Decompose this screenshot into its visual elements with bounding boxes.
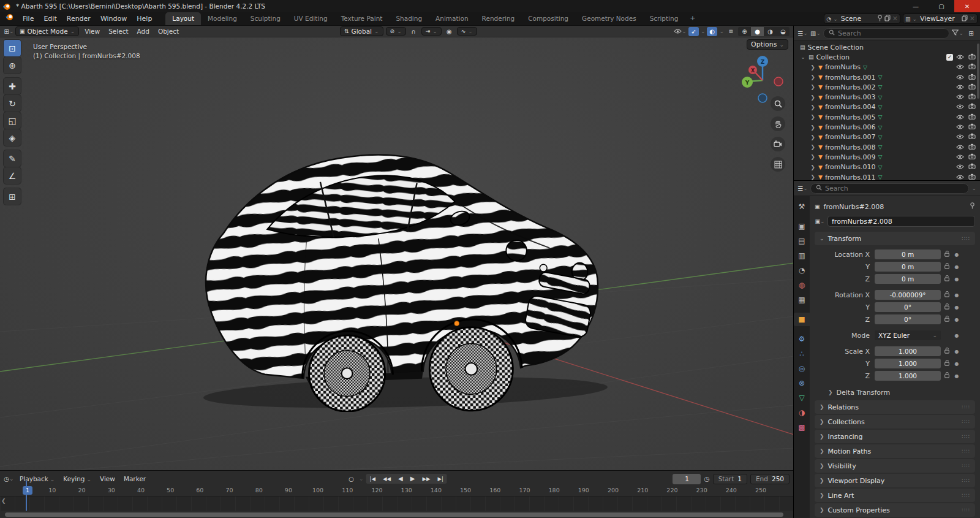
workspace-tab-rendering[interactable]: Rendering (475, 12, 522, 25)
outliner-row-object[interactable]: ❯▼fromNurbs.001▽ (796, 72, 980, 82)
properties-editor-type-icon[interactable]: ☰⌄ (797, 184, 808, 193)
zoom-icon[interactable] (771, 96, 785, 111)
properties-tab-constraints[interactable]: ⊗ (794, 376, 810, 390)
properties-options-icon[interactable]: ⌄ (971, 185, 976, 191)
value-field[interactable]: 1.000 (875, 346, 941, 356)
lock-icon[interactable] (941, 262, 953, 271)
menu-render[interactable]: Render (62, 13, 96, 25)
gizmos-toggle-icon[interactable]: ➶ (688, 27, 699, 36)
new-collection-icon[interactable]: ⊞ (966, 29, 976, 38)
tool-select-box[interactable]: ⊡ (4, 40, 21, 56)
blender-app-icon[interactable] (0, 13, 18, 24)
ortho-toggle-icon[interactable] (771, 157, 785, 172)
outliner-editor-type-icon[interactable]: ☰⌄ (797, 29, 808, 38)
outliner-search-input[interactable]: Search (823, 28, 949, 39)
animate-dot-icon[interactable]: ● (953, 333, 960, 338)
transform-orientation-dropdown[interactable]: ⇅Global⌄ (340, 26, 383, 36)
render-camera-icon[interactable] (967, 143, 976, 151)
animate-dot-icon[interactable]: ● (953, 264, 960, 270)
chevron-right-icon[interactable]: ❯ (810, 144, 816, 150)
tool-cursor[interactable]: ⊕ (4, 57, 21, 74)
viewport-menu-view[interactable]: View (80, 27, 104, 36)
scene-selector[interactable]: ◔⌄ Scene ✕ (824, 13, 900, 24)
new-viewlayer-icon[interactable] (962, 15, 968, 23)
panel-collections[interactable]: ❯Collections∷∷ (815, 415, 975, 428)
pin-icon[interactable] (877, 15, 883, 23)
render-camera-icon[interactable] (967, 74, 976, 82)
value-field[interactable]: 0 m (875, 262, 941, 272)
mode-dropdown[interactable]: ▣ Object Mode⌄ (15, 26, 79, 36)
panel-custom-properties[interactable]: ❯Custom Properties∷∷ (815, 503, 975, 517)
pan-hand-icon[interactable] (771, 116, 785, 131)
menu-edit[interactable]: Edit (39, 13, 61, 25)
chevron-right-icon[interactable]: ❯ (810, 124, 816, 131)
editor-type-icon[interactable]: ⊞⌄ (4, 27, 14, 36)
timeline-menu-playback[interactable]: Playback ⌄ (15, 474, 59, 483)
chevron-right-icon[interactable]: ❯ (810, 134, 816, 140)
pin-icon[interactable] (970, 202, 975, 211)
properties-search-input[interactable]: Search (810, 183, 969, 194)
overlays-toggle-icon[interactable]: ◐ (707, 27, 717, 36)
object-name-field[interactable] (827, 216, 975, 227)
frame-start-field[interactable]: Start1 (713, 474, 747, 484)
properties-tab-render[interactable]: ▣ (794, 219, 810, 233)
snap-magnet-icon[interactable]: ∩ (409, 27, 419, 36)
timeline-left-arrow-icon[interactable]: ❮ (1, 498, 6, 504)
transform-pivot-dropdown[interactable]: ⊘⌄ (386, 27, 406, 36)
mode-dropdown-field[interactable]: XYZ Euler⌄ (875, 330, 941, 340)
visibility-eye-icon[interactable] (956, 113, 965, 121)
render-camera-icon[interactable] (967, 123, 976, 131)
animate-dot-icon[interactable]: ● (953, 292, 960, 298)
properties-tab-collection[interactable]: ▦ (794, 293, 810, 307)
panel-relations[interactable]: ❯Relations∷∷ (815, 400, 975, 414)
animate-dot-icon[interactable]: ● (953, 276, 960, 282)
properties-tab-material[interactable]: ◑ (794, 406, 810, 419)
properties-tab-view-layer[interactable]: ▥ (794, 249, 810, 262)
collection-checkbox[interactable]: ✓ (946, 54, 953, 61)
options-button[interactable]: Options⌄ (747, 39, 788, 50)
tool-transform[interactable]: ◈ (4, 129, 21, 146)
tool-add-cube[interactable]: ⊞ (4, 188, 21, 205)
chevron-right-icon[interactable]: ❯ (810, 94, 816, 101)
panel-motion-paths[interactable]: ❯Motion Paths∷∷ (815, 444, 975, 458)
falloff-dropdown[interactable]: ∿⌄ (457, 27, 477, 36)
outliner-row-object[interactable]: ❯▼fromNurbs.005▽ (796, 112, 980, 122)
properties-tab-modifiers[interactable]: ⚙ (794, 332, 810, 346)
render-camera-icon[interactable] (967, 83, 976, 91)
car-object[interactable] (179, 128, 614, 412)
visibility-eye-icon[interactable] (956, 123, 965, 131)
animate-dot-icon[interactable]: ● (953, 305, 960, 310)
prev-keyframe-button[interactable]: ◀◀ (379, 474, 394, 484)
add-workspace-button[interactable]: + (685, 12, 700, 25)
workspace-tab-compositing[interactable]: Compositing (521, 12, 575, 25)
shading-rendered-icon[interactable]: ◒ (777, 27, 790, 36)
outliner-row-scene-collection[interactable]: ▤Scene Collection (796, 42, 980, 52)
animate-dot-icon[interactable]: ● (953, 349, 960, 354)
value-field[interactable]: 0° (875, 302, 941, 312)
render-camera-icon[interactable] (967, 113, 976, 121)
panel-instancing[interactable]: ❯Instancing∷∷ (815, 430, 975, 443)
frame-end-field[interactable]: End250 (750, 474, 790, 484)
lock-icon[interactable] (941, 371, 953, 380)
visibility-eye-icon[interactable] (956, 103, 965, 111)
outliner-row-object[interactable]: ❯▼fromNurbs.002▽ (796, 82, 980, 92)
animate-dot-icon[interactable]: ● (953, 373, 960, 379)
play-button[interactable]: ▶ (407, 474, 419, 484)
workspace-tab-sculpting[interactable]: Sculpting (244, 12, 287, 25)
outliner-row-object[interactable]: ❯▼fromNurbs.008▽ (796, 142, 980, 152)
chevron-down-icon[interactable]: ⌄ (800, 54, 806, 60)
tool-scale[interactable]: ◱ (4, 112, 21, 129)
animate-dot-icon[interactable]: ● (953, 317, 960, 322)
timeline-ruler[interactable]: 1 10203040506070809010011012013014015016… (0, 486, 793, 496)
chevron-right-icon[interactable]: ❯ (810, 64, 816, 70)
workspace-tab-uv-editing[interactable]: UV Editing (287, 12, 334, 25)
chevron-right-icon[interactable]: ❯ (810, 84, 816, 90)
visibility-eye-icon[interactable] (956, 143, 965, 151)
current-frame-field[interactable]: 1 (673, 474, 701, 484)
current-frame-badge[interactable]: 1 (23, 486, 32, 495)
shading-wireframe-icon[interactable]: ⊕ (738, 27, 751, 36)
render-camera-icon[interactable] (967, 133, 976, 141)
proportional-editing-icon[interactable]: ◉ (444, 27, 454, 36)
value-field[interactable]: 0 m (875, 249, 941, 259)
outliner-row-object[interactable]: ❯▼fromNurbs.009▽ (796, 152, 980, 162)
